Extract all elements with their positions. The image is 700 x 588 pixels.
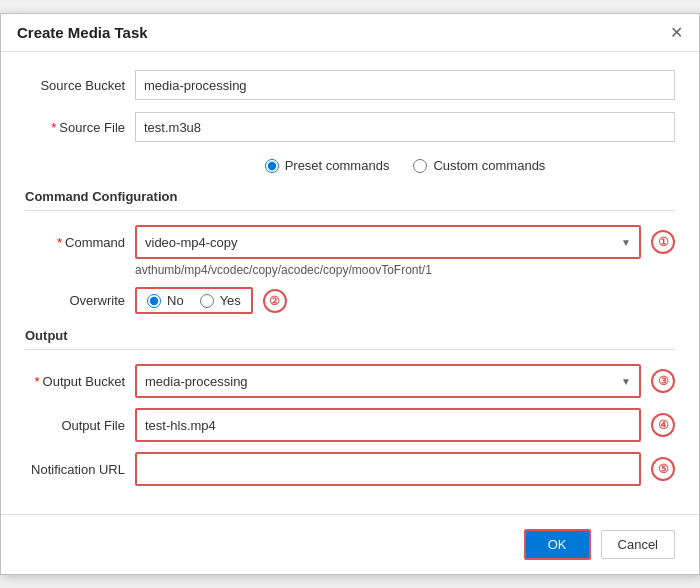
overwrite-no-radio[interactable] — [147, 294, 161, 308]
custom-commands-option[interactable]: Custom commands — [413, 158, 545, 173]
dialog-title-bar: Create Media Task ✕ — [1, 14, 699, 52]
source-bucket-input[interactable] — [135, 70, 675, 100]
command-type-radio-group: Preset commands Custom commands — [135, 154, 675, 177]
circle-4-badge: ④ — [651, 413, 675, 437]
command-label: *Command — [25, 235, 135, 250]
close-button[interactable]: ✕ — [670, 25, 683, 41]
preset-commands-option[interactable]: Preset commands — [265, 158, 390, 173]
command-row: *Command video-mp4-copy video-hls video-… — [25, 225, 675, 259]
output-bucket-select[interactable]: media-processing bucket-2 bucket-3 — [137, 366, 639, 396]
notification-url-row: Notification URL ⑤ — [25, 452, 675, 486]
output-bucket-select-wrapper: media-processing bucket-2 bucket-3 ▼ — [135, 364, 641, 398]
output-file-label: Output File — [25, 418, 135, 433]
overwrite-yes-radio[interactable] — [200, 294, 214, 308]
command-config-section-header: Command Configuration — [25, 189, 675, 211]
overwrite-yes-option[interactable]: Yes — [200, 293, 241, 308]
circle-2-badge: ② — [263, 289, 287, 313]
source-bucket-label: Source Bucket — [25, 78, 135, 93]
output-section-header: Output — [25, 328, 675, 350]
overwrite-label: Overwrite — [25, 293, 135, 308]
output-file-input-wrapper — [135, 408, 641, 442]
overwrite-no-option[interactable]: No — [147, 293, 184, 308]
source-file-input[interactable] — [135, 112, 675, 142]
dialog-title: Create Media Task — [17, 24, 148, 41]
command-select[interactable]: video-mp4-copy video-hls video-mp4 audio… — [137, 227, 639, 257]
notification-url-input[interactable] — [137, 454, 639, 484]
output-file-input[interactable] — [137, 410, 639, 440]
preset-commands-radio[interactable] — [265, 159, 279, 173]
overwrite-box: No Yes — [135, 287, 253, 314]
source-file-row: *Source File — [25, 112, 675, 142]
circle-3-badge: ③ — [651, 369, 675, 393]
overwrite-row: Overwrite No Yes ② — [25, 287, 675, 314]
command-type-row: Preset commands Custom commands — [25, 154, 675, 177]
ok-button[interactable]: OK — [524, 529, 591, 560]
output-file-row: Output File ④ — [25, 408, 675, 442]
circle-5-badge: ⑤ — [651, 457, 675, 481]
output-bucket-row: *Output Bucket media-processing bucket-2… — [25, 364, 675, 398]
output-bucket-label: *Output Bucket — [25, 374, 135, 389]
cancel-button[interactable]: Cancel — [601, 530, 675, 559]
custom-commands-radio[interactable] — [413, 159, 427, 173]
source-file-label: *Source File — [25, 120, 135, 135]
dialog-footer: OK Cancel — [1, 514, 699, 574]
notification-url-label: Notification URL — [25, 462, 135, 477]
command-select-wrapper: video-mp4-copy video-hls video-mp4 audio… — [135, 225, 641, 259]
dialog-body: Source Bucket *Source File Preset comman… — [1, 52, 699, 514]
create-media-task-dialog: Create Media Task ✕ Source Bucket *Sourc… — [0, 13, 700, 575]
circle-1-badge: ① — [651, 230, 675, 254]
required-star: * — [51, 120, 56, 135]
notification-url-input-wrapper — [135, 452, 641, 486]
source-bucket-row: Source Bucket — [25, 70, 675, 100]
command-hint: avthumb/mp4/vcodec/copy/acodec/copy/moov… — [135, 263, 675, 277]
